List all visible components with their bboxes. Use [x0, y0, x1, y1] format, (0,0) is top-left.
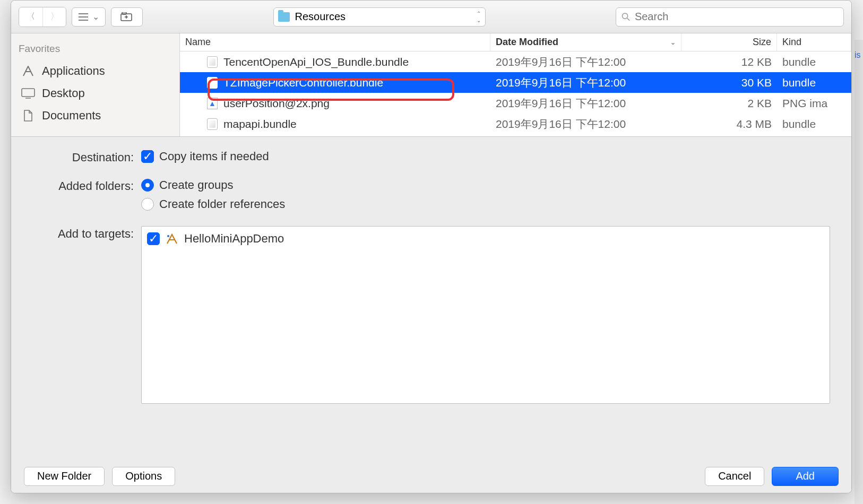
svg-rect-4	[122, 12, 126, 14]
file-name: mapapi.bundle	[223, 118, 297, 131]
file-size: 12 KB	[681, 56, 777, 68]
sidebar-item-applications[interactable]: Applications	[11, 60, 179, 82]
copy-items-label: Copy items if needed	[159, 150, 269, 163]
file-date: 2019年9月16日 下午12:00	[490, 55, 681, 69]
file-row[interactable]: TencentOpenApi_IOS_Bundle.bundle2019年9月1…	[180, 51, 851, 72]
search-icon	[622, 12, 631, 22]
file-row[interactable]: mapapi.bundle2019年9月16日 下午12:004.3 MBbun…	[180, 114, 851, 134]
file-date: 2019年9月16日 下午12:00	[490, 96, 681, 111]
group-button[interactable]	[111, 7, 143, 27]
location-label: Resources	[295, 11, 346, 23]
file-date: 2019年9月16日 下午12:00	[490, 117, 681, 132]
file-kind: PNG ima	[777, 97, 851, 110]
sidebar-item-documents[interactable]: Documents	[11, 105, 179, 127]
open-panel-dialog: 〈 〉 ⌄ Resources ⌃⌄ Favorites Application…	[11, 0, 852, 493]
target-row[interactable]: ✓ HelloMiniAppDemo	[147, 232, 824, 246]
create-groups-radio[interactable]	[141, 179, 154, 192]
file-row[interactable]: TZImagePickerController.bundle2019年9月16日…	[180, 72, 851, 93]
folder-icon	[278, 12, 290, 22]
file-name: userPosition@2x.png	[223, 97, 330, 110]
target-name: HelloMiniAppDemo	[184, 232, 284, 246]
sidebar-item-label: Desktop	[42, 86, 85, 100]
desktop-icon	[21, 88, 36, 99]
column-name[interactable]: Name	[180, 33, 490, 51]
cancel-button[interactable]: Cancel	[705, 467, 764, 486]
add-targets-label: Add to targets:	[32, 226, 141, 241]
back-button[interactable]: 〈	[19, 7, 42, 27]
background-peek: is	[855, 40, 863, 504]
png-icon: ▲	[206, 98, 218, 109]
search-field[interactable]	[616, 7, 844, 27]
file-size: 30 KB	[681, 76, 777, 89]
file-rows: TencentOpenApi_IOS_Bundle.bundle2019年9月1…	[180, 51, 851, 136]
sidebar-item-label: Applications	[42, 64, 105, 78]
sidebar-heading: Favorites	[11, 41, 179, 60]
column-size[interactable]: Size	[681, 33, 777, 51]
sort-indicator-icon: ⌄	[670, 39, 676, 46]
app-icon	[165, 232, 179, 246]
column-date[interactable]: Date Modified⌄	[490, 33, 681, 51]
bundle-icon	[206, 77, 218, 89]
documents-icon	[21, 110, 36, 121]
file-size: 4.3 MB	[681, 118, 777, 131]
sidebar: Favorites Applications Desktop Documents	[11, 33, 180, 136]
file-size: 2 KB	[681, 97, 777, 110]
target-checkbox[interactable]: ✓	[147, 232, 160, 245]
targets-list[interactable]: ✓ HelloMiniAppDemo	[141, 226, 830, 404]
toolbar: 〈 〉 ⌄ Resources ⌃⌄	[11, 1, 851, 33]
column-headers: Name Date Modified⌄ Size Kind	[180, 33, 851, 51]
bundle-icon	[206, 118, 218, 130]
column-kind[interactable]: Kind	[777, 33, 851, 51]
file-kind: bundle	[777, 56, 851, 68]
view-mode-button[interactable]: ⌄	[72, 7, 106, 27]
sidebar-item-desktop[interactable]: Desktop	[11, 82, 179, 105]
file-date: 2019年9月16日 下午12:00	[490, 75, 681, 90]
svg-point-7	[622, 13, 627, 18]
svg-line-8	[627, 18, 629, 20]
file-browser: Favorites Applications Desktop Documents…	[11, 33, 851, 137]
new-folder-button[interactable]: New Folder	[24, 467, 105, 486]
options-button[interactable]: Options	[112, 467, 175, 486]
bottom-bar: New Folder Options Cancel Add	[11, 459, 851, 493]
applications-icon	[21, 65, 36, 77]
added-folders-label: Added folders:	[32, 178, 141, 193]
sidebar-item-label: Documents	[42, 109, 101, 123]
import-options: Destination: ✓ Copy items if needed Adde…	[11, 137, 851, 459]
stepper-icon: ⌃⌄	[477, 11, 481, 23]
file-kind: bundle	[777, 76, 851, 89]
file-row[interactable]: ▲userPosition@2x.png2019年9月16日 下午12:002 …	[180, 93, 851, 114]
file-name: TZImagePickerController.bundle	[223, 76, 383, 89]
create-refs-label: Create folder references	[159, 197, 285, 211]
destination-label: Destination:	[32, 150, 141, 164]
add-button[interactable]: Add	[772, 467, 839, 486]
search-input[interactable]	[635, 11, 838, 23]
create-refs-radio[interactable]	[141, 198, 154, 211]
svg-rect-9	[22, 89, 34, 97]
location-popup[interactable]: Resources ⌃⌄	[273, 7, 486, 27]
bundle-icon	[206, 56, 218, 68]
nav-segmented: 〈 〉	[19, 7, 66, 27]
svg-point-11	[167, 235, 169, 237]
file-name: TencentOpenApi_IOS_Bundle.bundle	[223, 56, 409, 68]
create-groups-label: Create groups	[159, 178, 233, 192]
file-list: Name Date Modified⌄ Size Kind TencentOpe…	[180, 33, 851, 136]
file-kind: bundle	[777, 118, 851, 131]
forward-button[interactable]: 〉	[42, 7, 66, 27]
copy-items-checkbox[interactable]: ✓	[141, 150, 154, 163]
